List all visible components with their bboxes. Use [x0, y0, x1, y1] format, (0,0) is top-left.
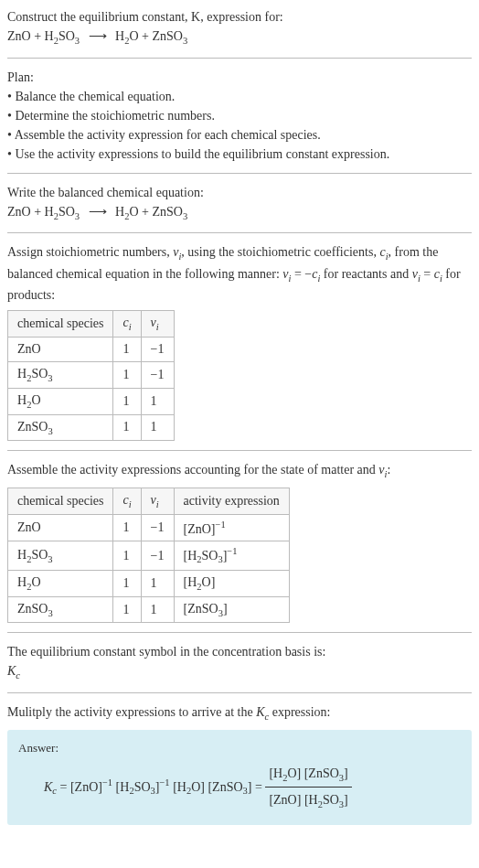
- cell-nu: 1: [141, 414, 174, 441]
- t: ZnSO: [17, 602, 48, 616]
- cell-c: 1: [113, 361, 141, 388]
- k: K: [44, 779, 52, 793]
- t: SO: [31, 367, 48, 380]
- answer-label: Answer:: [18, 741, 461, 755]
- t: Assemble the activity expressions accoun…: [7, 463, 378, 477]
- k: K: [7, 664, 16, 678]
- t: =: [420, 267, 434, 281]
- stoich-text: Assign stoichiometric numbers, νi, using…: [7, 242, 472, 305]
- table-row: ZnSO3 1 1 [ZnSO3]: [8, 596, 290, 623]
- table-row: ZnO 1 −1: [8, 337, 175, 361]
- kc-symbol: Kc: [7, 661, 472, 683]
- cell-species: ZnO: [8, 514, 113, 541]
- t: ]: [344, 766, 348, 780]
- answer-box: Answer: Kc = [ZnO]−1 [H2SO3]−1 [H2O] [Zn…: [7, 730, 472, 826]
- t: H: [115, 205, 124, 219]
- cell-activity: [H2O]: [174, 570, 289, 596]
- t: Mulitply the activity expressions to arr…: [7, 705, 256, 719]
- th-species: chemical species: [8, 311, 113, 338]
- eq-lhs: ZnO + H2SO3: [7, 29, 80, 43]
- t: SO: [59, 205, 75, 219]
- s: 3: [48, 373, 52, 383]
- cell-activity: [ZnSO3]: [174, 596, 289, 623]
- eq-rhs: H2O + ZnSO3: [115, 205, 187, 219]
- table-row: ZnSO3 1 1: [8, 414, 175, 441]
- t: [H: [304, 793, 318, 807]
- t: for reactants and: [320, 267, 411, 281]
- t: O + ZnSO: [129, 205, 182, 219]
- table-row: H2O 1 1: [8, 388, 175, 414]
- arrow-icon: ⟶: [89, 202, 107, 221]
- t: O]: [191, 779, 205, 793]
- divider: [7, 692, 472, 693]
- table-row: ZnO 1 −1 [ZnO]−1: [8, 514, 290, 541]
- question-title: Construct the equilibrium constant, K, e…: [7, 7, 472, 27]
- cell-nu: 1: [141, 388, 174, 414]
- t: ZnO + H: [7, 205, 54, 219]
- k: K: [256, 705, 264, 719]
- t: =: [57, 779, 70, 793]
- table-header-row: chemical species ci νi activity expressi…: [8, 488, 290, 514]
- t: ]: [223, 602, 228, 616]
- t: SO: [134, 779, 151, 793]
- multiply-heading: Mulitply the activity expressions to arr…: [7, 702, 472, 724]
- multiply-block: Mulitply the activity expressions to arr…: [7, 702, 472, 825]
- s: i: [156, 499, 159, 509]
- t: SO: [31, 548, 48, 562]
- stoich-table: chemical species ci νi ZnO 1 −1 H2SO3 1 …: [7, 310, 175, 441]
- s: 3: [48, 607, 52, 617]
- cell-species: ZnSO3: [8, 414, 113, 441]
- t: =: [251, 779, 265, 793]
- cell-activity: [ZnO]−1: [174, 514, 289, 541]
- cell-nu: 1: [141, 596, 174, 623]
- s: −1: [102, 777, 112, 787]
- t: H: [17, 548, 27, 562]
- s: i: [129, 499, 132, 509]
- activity-table: chemical species ci νi activity expressi…: [7, 488, 290, 624]
- plan-item: • Determine the stoichiometric numbers.: [7, 106, 472, 125]
- arrow-icon: ⟶: [89, 27, 107, 46]
- t: SO: [59, 29, 75, 43]
- divider: [7, 632, 472, 633]
- s: −1: [227, 546, 237, 556]
- cell-nu: −1: [141, 337, 174, 361]
- answer-expression: Kc = [ZnO]−1 [H2SO3]−1 [H2O] [ZnSO3] = […: [18, 761, 461, 815]
- s: 3: [75, 36, 80, 46]
- kc-symbol-block: The equilibrium constant symbol in the c…: [7, 642, 472, 683]
- t: [H: [116, 779, 130, 793]
- plan-item: • Use the activity expressions to build …: [7, 145, 472, 164]
- balanced-equation: ZnO + H2SO3 ⟶ H2O + ZnSO3: [7, 202, 472, 224]
- numerator: [H2O] [ZnSO3]: [265, 761, 351, 788]
- t: O]: [202, 575, 216, 589]
- th-nui: νi: [141, 488, 174, 514]
- t: Assign stoichiometric numbers,: [7, 245, 173, 259]
- t: O + ZnSO: [129, 29, 182, 43]
- th-species: chemical species: [8, 488, 113, 514]
- t: H: [17, 367, 27, 380]
- t: = −: [291, 267, 312, 281]
- s: 3: [75, 210, 80, 220]
- t: expression:: [269, 705, 330, 719]
- t: [ZnSO: [304, 766, 339, 780]
- th-ci: ci: [113, 311, 141, 338]
- cell-species: ZnSO3: [8, 596, 113, 623]
- t: [H: [173, 779, 186, 793]
- kc-heading: The equilibrium constant symbol in the c…: [7, 642, 472, 661]
- cell-activity: [H2SO3]−1: [174, 541, 289, 570]
- cell-species: H2SO3: [8, 541, 113, 570]
- t: H: [17, 393, 27, 407]
- t: O]: [287, 766, 301, 780]
- question-block: Construct the equilibrium constant, K, e…: [7, 7, 472, 48]
- cell-nu: −1: [141, 514, 174, 541]
- cell-c: 1: [113, 514, 141, 541]
- denominator: [ZnO] [H2SO3]: [265, 788, 351, 814]
- q-title-text: Construct the equilibrium constant, K, e…: [7, 10, 283, 24]
- cell-nu: 1: [141, 570, 174, 596]
- activity-block: Assemble the activity expressions accoun…: [7, 460, 472, 623]
- table-row: H2SO3 1 −1 [H2SO3]−1: [8, 541, 290, 570]
- fraction: [H2O] [ZnSO3] [ZnO] [H2SO3]: [265, 761, 351, 815]
- cell-species: H2O: [8, 388, 113, 414]
- table-row: H2O 1 1 [H2O]: [8, 570, 290, 596]
- s: i: [156, 322, 159, 332]
- t: , using the stoichiometric coefficients,: [181, 245, 379, 259]
